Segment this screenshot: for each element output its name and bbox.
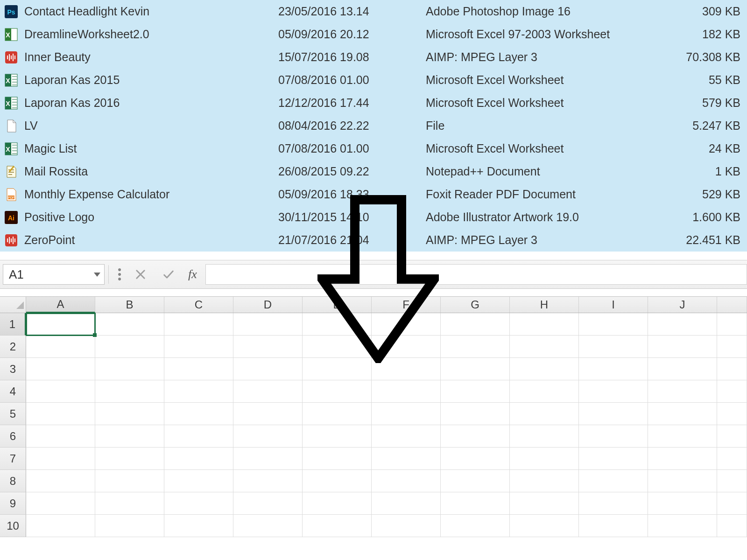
cell[interactable] xyxy=(717,313,747,336)
cell[interactable] xyxy=(441,403,510,425)
column-header[interactable]: G xyxy=(441,297,510,313)
cell[interactable] xyxy=(441,336,510,358)
cell[interactable] xyxy=(164,425,233,448)
cell[interactable] xyxy=(648,403,717,425)
file-row[interactable]: Mail Rossita 26/08/2015 09.22 Notepad++ … xyxy=(0,160,747,183)
name-box[interactable]: A1 xyxy=(3,264,105,285)
cell[interactable] xyxy=(164,358,233,380)
cell[interactable] xyxy=(233,380,303,403)
cell[interactable] xyxy=(95,425,164,448)
cell[interactable] xyxy=(441,425,510,448)
cell[interactable] xyxy=(372,358,441,380)
file-row[interactable]: PDF Monthly Expense Calculator 05/09/201… xyxy=(0,183,747,206)
cell[interactable] xyxy=(164,448,233,470)
cell[interactable] xyxy=(717,336,747,358)
cell[interactable] xyxy=(717,470,747,492)
row-header[interactable]: 5 xyxy=(0,403,26,425)
cell[interactable] xyxy=(95,336,164,358)
file-row[interactable]: Ai Positive Logo 30/11/2015 14.10 Adobe … xyxy=(0,206,747,229)
column-header[interactable]: J xyxy=(648,297,717,313)
cell[interactable] xyxy=(441,470,510,492)
cell[interactable] xyxy=(648,492,717,515)
cell[interactable] xyxy=(303,425,372,448)
expand-formula-bar-icon[interactable]: ••• xyxy=(113,267,127,281)
cell[interactable] xyxy=(579,313,648,336)
cell[interactable] xyxy=(372,425,441,448)
cell[interactable] xyxy=(648,515,717,537)
cell[interactable] xyxy=(510,470,579,492)
cell[interactable] xyxy=(303,380,372,403)
cell[interactable] xyxy=(441,358,510,380)
cell[interactable] xyxy=(441,448,510,470)
cell[interactable] xyxy=(717,448,747,470)
cell[interactable] xyxy=(717,515,747,537)
cell[interactable] xyxy=(648,470,717,492)
formula-input[interactable] xyxy=(206,264,747,285)
cell[interactable] xyxy=(26,380,95,403)
cell[interactable] xyxy=(164,336,233,358)
cell[interactable] xyxy=(648,358,717,380)
cell[interactable] xyxy=(164,492,233,515)
cell[interactable] xyxy=(510,515,579,537)
cell[interactable] xyxy=(233,492,303,515)
cell[interactable] xyxy=(717,425,747,448)
cell[interactable] xyxy=(303,313,372,336)
cell[interactable] xyxy=(164,470,233,492)
cancel-button[interactable] xyxy=(127,264,155,285)
cell[interactable] xyxy=(372,313,441,336)
cell[interactable] xyxy=(95,448,164,470)
cell[interactable] xyxy=(510,380,579,403)
row-header[interactable]: 2 xyxy=(0,336,26,358)
cell[interactable] xyxy=(233,336,303,358)
cell[interactable] xyxy=(26,515,95,537)
cell[interactable] xyxy=(303,448,372,470)
cell[interactable] xyxy=(95,313,164,336)
row-header[interactable]: 4 xyxy=(0,380,26,403)
cell[interactable] xyxy=(510,492,579,515)
enter-button[interactable] xyxy=(155,264,183,285)
chevron-down-icon[interactable] xyxy=(94,273,100,277)
cell[interactable] xyxy=(372,380,441,403)
cell[interactable] xyxy=(95,380,164,403)
row-header[interactable]: 7 xyxy=(0,448,26,470)
cell[interactable] xyxy=(579,425,648,448)
cell[interactable] xyxy=(717,358,747,380)
cell[interactable] xyxy=(579,515,648,537)
cell[interactable] xyxy=(579,492,648,515)
cell[interactable] xyxy=(303,515,372,537)
cell[interactable] xyxy=(164,380,233,403)
cell[interactable] xyxy=(233,403,303,425)
cell[interactable] xyxy=(372,470,441,492)
cell[interactable] xyxy=(233,515,303,537)
cell[interactable] xyxy=(26,403,95,425)
cell[interactable] xyxy=(579,448,648,470)
column-header[interactable]: B xyxy=(95,297,164,313)
cell[interactable] xyxy=(95,358,164,380)
cell[interactable] xyxy=(303,358,372,380)
cell-A1[interactable] xyxy=(26,313,95,336)
cell[interactable] xyxy=(510,313,579,336)
cell[interactable] xyxy=(26,470,95,492)
row-header[interactable]: 8 xyxy=(0,470,26,492)
row-header[interactable]: 10 xyxy=(0,515,26,537)
cell[interactable] xyxy=(233,470,303,492)
cell[interactable] xyxy=(95,403,164,425)
file-row[interactable]: LV 08/04/2016 22.22 File 5.247 KB xyxy=(0,114,747,137)
cell[interactable] xyxy=(95,515,164,537)
row-header[interactable]: 1 xyxy=(0,313,26,336)
cell[interactable] xyxy=(579,358,648,380)
cell[interactable] xyxy=(579,470,648,492)
column-header[interactable]: A xyxy=(26,297,95,313)
cell[interactable] xyxy=(233,358,303,380)
file-row[interactable]: ZeroPoint 21/07/2016 21.04 AIMP: MPEG La… xyxy=(0,229,747,252)
file-row[interactable]: X DreamlineWorksheet2.0 05/09/2016 20.12… xyxy=(0,23,747,46)
cell[interactable] xyxy=(510,425,579,448)
file-row[interactable]: X Magic List 07/08/2016 01.00 Microsoft … xyxy=(0,137,747,160)
cell[interactable] xyxy=(372,515,441,537)
file-row[interactable]: Ps Contact Headlight Kevin 23/05/2016 13… xyxy=(0,0,747,23)
file-row[interactable]: X Laporan Kas 2016 12/12/2016 17.44 Micr… xyxy=(0,91,747,114)
row-header[interactable]: 9 xyxy=(0,492,26,515)
cell[interactable] xyxy=(26,492,95,515)
cell[interactable] xyxy=(26,358,95,380)
column-header[interactable]: D xyxy=(233,297,303,313)
